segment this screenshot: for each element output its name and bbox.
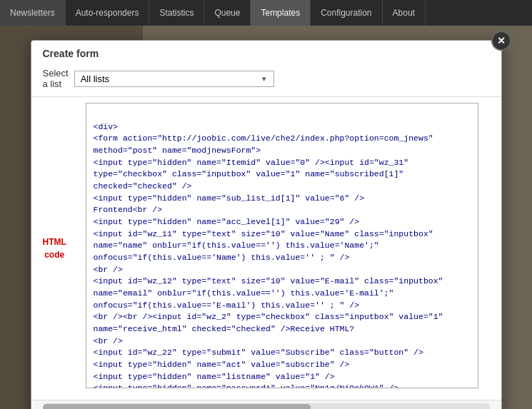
nav-item-statistics[interactable]: Statistics [149, 0, 204, 26]
select-row: Selecta list All lists ▼ [43, 65, 490, 92]
html-code-label: HTML code [43, 236, 66, 261]
modal-footer [31, 400, 501, 409]
modal-title: Create form [43, 48, 490, 59]
nav-item-about[interactable]: About [383, 0, 426, 26]
nav-item-templates[interactable]: Templates [251, 0, 311, 26]
modal-body: HTML code <div> <form action="http://joo… [31, 97, 501, 400]
modal-close-button[interactable]: ✕ [491, 31, 511, 51]
scrollbar-thumb [43, 404, 311, 409]
horizontal-scrollbar[interactable] [43, 403, 490, 409]
nav-item-newsletters[interactable]: Newsletters [0, 0, 66, 26]
modal-header: Create form Selecta list All lists ▼ [31, 41, 501, 97]
select-label: Selecta list [43, 68, 69, 89]
modal-dialog: ✕ Create form Selecta list All lists ▼ H… [31, 40, 502, 409]
nav-item-autoresponders[interactable]: Auto-responders [66, 0, 150, 26]
nav-item-queue[interactable]: Queue [204, 0, 251, 26]
navbar: Newsletters Auto-responders Statistics Q… [0, 0, 532, 26]
dropdown-arrow-icon: ▼ [261, 75, 268, 83]
modal-overlay: ✕ Create form Selecta list All lists ▼ H… [0, 26, 532, 409]
nav-item-configuration[interactable]: Configuration [311, 0, 382, 26]
code-display[interactable]: <div> <form action="http://joobic.com/li… [86, 103, 478, 388]
list-dropdown[interactable]: All lists ▼ [74, 71, 274, 87]
dropdown-value: All lists [81, 74, 109, 84]
